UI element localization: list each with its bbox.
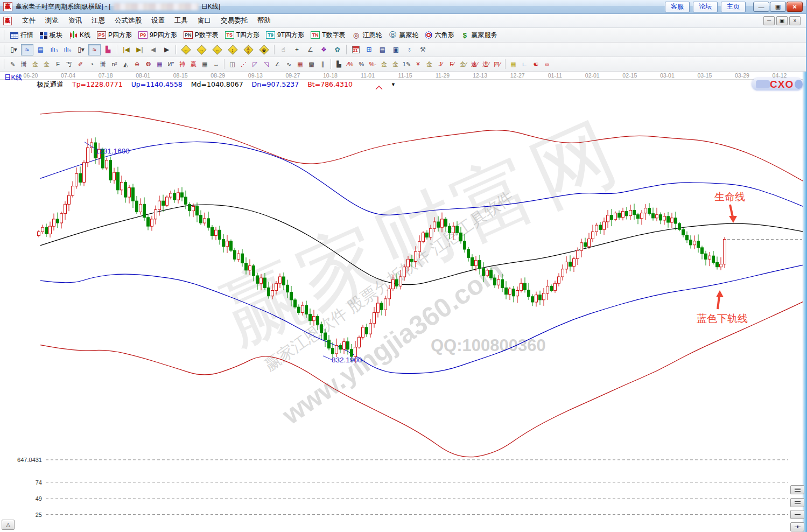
gold-scale-b-button[interactable]: 金 (41, 59, 52, 69)
wave-mark-button[interactable]: И″ (165, 59, 177, 69)
gold-circle-button[interactable]: 金 (378, 59, 390, 69)
hook-scale-button[interactable]: 丂 (64, 59, 75, 69)
crosshair-tool-button[interactable]: + (291, 44, 303, 55)
star-wheel-button[interactable]: ❂ (143, 59, 154, 69)
zigzag-line-button[interactable]: ∿ (283, 59, 294, 69)
diamond-all-button[interactable]: ⊕ (257, 44, 271, 55)
toolbar-item-p-square[interactable]: PSP四方形 (97, 31, 132, 40)
step-forward-button[interactable]: ▶ (160, 44, 173, 55)
mdi-restore-button[interactable]: ▣ (776, 16, 788, 25)
parallel-lines-button[interactable]: ∥ (317, 59, 328, 69)
gold-under-button[interactable]: 金 (424, 59, 435, 69)
red-pen-button[interactable]: ✐ (75, 59, 86, 69)
compress-min-button[interactable] (790, 510, 804, 519)
menu-file[interactable]: 文件 (17, 15, 40, 27)
compress-max-button[interactable] (790, 485, 804, 494)
toolbar-item-gann-wheel[interactable]: ◎江恩轮 (352, 31, 382, 40)
diamond-center-button[interactable]: ╬ (241, 44, 256, 55)
percent-button[interactable]: % (356, 59, 367, 69)
toolbar-item-winner-wheel[interactable]: Ⓑ赢家轮 (388, 30, 418, 40)
period-dropdown-button[interactable]: ▯▾ (8, 44, 20, 55)
f-slash-button[interactable]: F∕ (446, 59, 458, 69)
forum-button[interactable]: 论坛 (693, 2, 718, 12)
histogram-color-button[interactable]: ▙ (102, 44, 114, 55)
toolbar-item-quotes[interactable]: 行情 (10, 31, 33, 40)
gold-scale-a-button[interactable]: 金 (30, 59, 41, 69)
toolbar-item-9p-square[interactable]: P99P四方形 (138, 31, 177, 40)
yellow-grid-button[interactable]: ▦ (508, 59, 519, 69)
zoom-slider-button[interactable] (790, 522, 804, 531)
stat-bars-button[interactable]: ▙ (333, 59, 345, 69)
doc-view-button[interactable]: ▤ (34, 44, 47, 55)
network-button[interactable]: ♁ (403, 44, 416, 55)
menu-browse[interactable]: 浏览 (40, 15, 64, 27)
toolbar-item-p-table[interactable]: PNP数字表 (184, 31, 219, 40)
angle-tool-button[interactable]: ∠ (304, 44, 317, 55)
customer-service-button[interactable]: 客服 (665, 2, 690, 12)
fan-lines-b-button[interactable]: ◹ (261, 59, 272, 69)
save-button[interactable]: ▣ (390, 44, 402, 55)
menu-gann[interactable]: 江恩 (87, 15, 110, 27)
compress-mid-button[interactable] (790, 498, 804, 507)
step-back-button[interactable]: ◀ (147, 44, 159, 55)
width-arrows-button[interactable]: ↔ (210, 59, 222, 69)
mdi-close-button[interactable]: × (789, 16, 801, 25)
tick-scale-2-button[interactable]: 卌 (97, 59, 109, 69)
trade-truck-button[interactable]: ⚒ (417, 44, 429, 55)
axis-chart-button[interactable]: ∟ (519, 59, 530, 69)
pen-tool-button[interactable]: ✎ (7, 59, 18, 69)
red-rays-button[interactable]: ⋰ (238, 59, 249, 69)
toolbar-item-sectors[interactable]: 板块 (40, 31, 62, 40)
menu-settings[interactable]: 设置 (146, 15, 170, 27)
dropdown-caret-icon[interactable]: ▼ (391, 82, 396, 87)
bars-3-button[interactable]: ılı₃ (48, 44, 60, 55)
hand-tool-button[interactable]: ☝ (277, 44, 290, 55)
gold-slash-button[interactable]: 金∕ (458, 59, 469, 69)
ying-tool-button[interactable]: 赢 (188, 59, 199, 69)
n-square-button[interactable]: n² (109, 59, 120, 69)
diamond-h-expand-button[interactable]: ↔ (210, 44, 224, 55)
grid-box-button[interactable]: ▦ (154, 59, 165, 69)
cycle-circle-button[interactable]: ◔ (86, 59, 97, 69)
candle-dropdown-button[interactable]: ▯▾ (75, 44, 87, 55)
f-scale-button[interactable]: F (52, 59, 64, 69)
goto-first-button[interactable]: |◀ (120, 44, 132, 55)
calculator-button[interactable]: ⊞ (363, 44, 375, 55)
cloud-tool-button[interactable]: ✿ (331, 44, 343, 55)
diamond-right-button[interactable]: → (194, 44, 209, 55)
maximize-button[interactable]: ▣ (770, 2, 786, 12)
tick-scale-button[interactable]: 卌 (18, 59, 30, 69)
toolbar-item-9t-square[interactable]: T99T四方形 (266, 31, 304, 40)
ruler-grid-button[interactable]: ▦ (199, 59, 210, 69)
bars-9-button[interactable]: ılı₉ (61, 44, 74, 55)
percent-avg-button[interactable]: %- (367, 59, 378, 69)
expand-panel-button[interactable]: △ (2, 520, 15, 530)
diamond-left-button[interactable]: ← (179, 44, 193, 55)
pattern-blue-button[interactable]: ≈ (21, 44, 33, 55)
flag-tool-button[interactable]: ❖ (318, 44, 330, 55)
j-slash-button[interactable]: J∕ (435, 59, 446, 69)
shen-tool-button[interactable]: 神 (177, 59, 188, 69)
diamond-v-expand-button[interactable]: ↕ (226, 44, 240, 55)
mdi-minimize-button[interactable]: ─ (763, 16, 775, 25)
toolbar-item-t-square[interactable]: TST四方形 (225, 31, 259, 40)
close-button[interactable]: × (787, 2, 803, 12)
fan-lines-a-button[interactable]: ◸ (249, 59, 261, 69)
compass-tool-button[interactable]: ◭ (120, 59, 131, 69)
menu-window[interactable]: 窗口 (193, 15, 216, 27)
gold-line-button[interactable]: 金 (390, 59, 401, 69)
calendar-button[interactable]: 21 (349, 44, 362, 55)
price-pen-button[interactable]: 1✎ (401, 59, 412, 69)
pattern-red-button[interactable]: ≈ (88, 44, 101, 55)
menu-help[interactable]: 帮助 (252, 15, 276, 27)
infinity-tool-button[interactable]: ∞ (542, 59, 553, 69)
menu-tools[interactable]: 工具 (170, 15, 193, 27)
menu-trade-entrust[interactable]: 交易委托 (216, 15, 252, 27)
grid-red-button[interactable]: ▦ (294, 59, 306, 69)
toolbar-item-kline[interactable]: K线 (69, 31, 90, 40)
minimize-button[interactable]: — (753, 2, 769, 12)
taiji-button[interactable]: ☯ (530, 59, 542, 69)
speed-slash-button[interactable]: 速∕ (469, 59, 480, 69)
four-slash-button[interactable]: 四∕ (492, 59, 503, 69)
notes-button[interactable]: ▤ (376, 44, 389, 55)
